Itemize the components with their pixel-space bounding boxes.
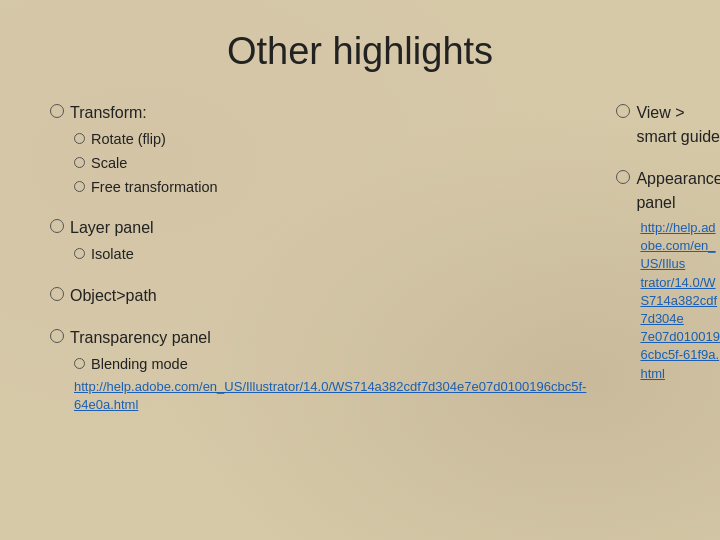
view-item: View > smart guide [616, 101, 720, 149]
slide: Other highlights Transform: Rotate (flip… [0, 0, 720, 540]
bullet-icon-blending [74, 358, 85, 369]
bullet-icon-transform [50, 104, 64, 118]
blending-label: Blending mode [91, 354, 188, 376]
layer-label: Layer panel [70, 216, 154, 240]
view-section: View > smart guide [616, 101, 720, 149]
transform-section: Transform: Rotate (flip) Scale Free tran… [50, 101, 586, 198]
transparency-item: Transparency panel [50, 326, 586, 350]
transform-item: Transform: [50, 101, 586, 125]
layer-item: Layer panel [50, 216, 586, 240]
left-column: Transform: Rotate (flip) Scale Free tran… [50, 101, 606, 432]
free-transform-label: Free transformation [91, 177, 218, 199]
appearance-section: Appearance panel http://help.adobe.com/e… [616, 167, 720, 383]
bullet-icon-isolate [74, 248, 85, 259]
scale-label: Scale [91, 153, 127, 175]
scale-item: Scale [74, 153, 586, 175]
object-path-label: Object>path [70, 284, 157, 308]
bullet-icon-rotate [74, 133, 85, 144]
transparency-section: Transparency panel Blending mode http://… [50, 326, 586, 414]
right-column: View > smart guide Appearance panel http… [606, 101, 720, 432]
free-transform-item: Free transformation [74, 177, 586, 199]
appearance-item: Appearance panel [616, 167, 720, 215]
layer-section: Layer panel Isolate [50, 216, 586, 266]
transparency-link[interactable]: http://help.adobe.com/en_US/Illustrator/… [74, 378, 586, 414]
isolate-item: Isolate [74, 244, 586, 266]
transparency-label: Transparency panel [70, 326, 211, 350]
bullet-icon-transparency [50, 329, 64, 343]
view-label: View > smart guide [636, 101, 720, 149]
blending-item: Blending mode [74, 354, 586, 376]
isolate-label: Isolate [91, 244, 134, 266]
content-area: Transform: Rotate (flip) Scale Free tran… [50, 101, 670, 432]
rotate-label: Rotate (flip) [91, 129, 166, 151]
object-path-item: Object>path [50, 284, 586, 308]
appearance-link[interactable]: http://help.adobe.com/en_US/Illustrator/… [640, 219, 720, 383]
bullet-icon-view [616, 104, 630, 118]
object-path-section: Object>path [50, 284, 586, 308]
appearance-label: Appearance panel [636, 167, 720, 215]
bullet-icon-object [50, 287, 64, 301]
bullet-icon-scale [74, 157, 85, 168]
bullet-icon-appearance [616, 170, 630, 184]
rotate-item: Rotate (flip) [74, 129, 586, 151]
bullet-icon-free [74, 181, 85, 192]
slide-title: Other highlights [50, 30, 670, 73]
bullet-icon-layer [50, 219, 64, 233]
transform-label: Transform: [70, 101, 147, 125]
